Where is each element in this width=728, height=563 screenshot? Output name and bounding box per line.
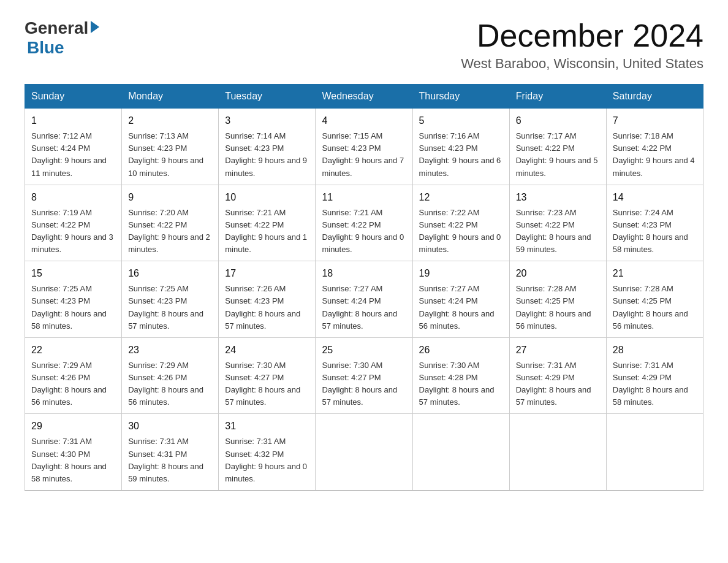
cell-day-number: 26 bbox=[419, 343, 503, 358]
calendar-cell bbox=[412, 414, 509, 491]
cell-info: Sunrise: 7:31 AMSunset: 4:31 PMDaylight:… bbox=[128, 435, 212, 485]
cell-info: Sunrise: 7:21 AMSunset: 4:22 PMDaylight:… bbox=[225, 207, 309, 256]
cell-day-number: 8 bbox=[31, 190, 115, 205]
calendar-cell: 20 Sunrise: 7:28 AMSunset: 4:25 PMDaylig… bbox=[509, 261, 606, 338]
cell-day-number: 9 bbox=[128, 190, 212, 205]
calendar-cell: 11 Sunrise: 7:21 AMSunset: 4:22 PMDaylig… bbox=[316, 185, 412, 261]
calendar-cell: 17 Sunrise: 7:26 AMSunset: 4:23 PMDaylig… bbox=[219, 261, 316, 338]
cell-info: Sunrise: 7:27 AMSunset: 4:24 PMDaylight:… bbox=[419, 283, 503, 332]
calendar-cell bbox=[606, 414, 703, 491]
cell-info: Sunrise: 7:24 AMSunset: 4:23 PMDaylight:… bbox=[613, 207, 697, 256]
calendar-cell: 25 Sunrise: 7:30 AMSunset: 4:27 PMDaylig… bbox=[316, 337, 412, 414]
calendar-cell: 18 Sunrise: 7:27 AMSunset: 4:24 PMDaylig… bbox=[316, 261, 412, 338]
title-area: December 2024 West Baraboo, Wisconsin, U… bbox=[461, 18, 703, 72]
cell-info: Sunrise: 7:28 AMSunset: 4:25 PMDaylight:… bbox=[516, 283, 600, 332]
cell-info: Sunrise: 7:14 AMSunset: 4:23 PMDaylight:… bbox=[225, 130, 309, 180]
header: General Blue December 2024 West Baraboo,… bbox=[25, 18, 703, 72]
cell-info: Sunrise: 7:28 AMSunset: 4:25 PMDaylight:… bbox=[613, 283, 697, 332]
calendar-cell: 9 Sunrise: 7:20 AMSunset: 4:22 PMDayligh… bbox=[122, 185, 219, 261]
cell-day-number: 13 bbox=[516, 190, 600, 205]
cell-info: Sunrise: 7:21 AMSunset: 4:22 PMDaylight:… bbox=[322, 207, 406, 256]
calendar-cell: 7 Sunrise: 7:18 AMSunset: 4:22 PMDayligh… bbox=[606, 109, 703, 185]
cell-info: Sunrise: 7:13 AMSunset: 4:23 PMDaylight:… bbox=[128, 130, 212, 180]
cell-day-number: 15 bbox=[31, 266, 115, 281]
calendar-cell: 30 Sunrise: 7:31 AMSunset: 4:31 PMDaylig… bbox=[122, 414, 219, 491]
calendar-cell: 21 Sunrise: 7:28 AMSunset: 4:25 PMDaylig… bbox=[606, 261, 703, 338]
cell-day-number: 23 bbox=[128, 343, 212, 358]
calendar-cell: 28 Sunrise: 7:31 AMSunset: 4:29 PMDaylig… bbox=[606, 337, 703, 414]
calendar-cell: 14 Sunrise: 7:24 AMSunset: 4:23 PMDaylig… bbox=[606, 185, 703, 261]
col-header-monday: Monday bbox=[122, 85, 219, 109]
cell-info: Sunrise: 7:27 AMSunset: 4:24 PMDaylight:… bbox=[322, 283, 406, 332]
cell-info: Sunrise: 7:29 AMSunset: 4:26 PMDaylight:… bbox=[31, 359, 115, 409]
cell-day-number: 11 bbox=[322, 190, 406, 205]
cell-day-number: 27 bbox=[516, 343, 600, 358]
cell-info: Sunrise: 7:30 AMSunset: 4:27 PMDaylight:… bbox=[322, 359, 406, 409]
cell-day-number: 7 bbox=[613, 113, 697, 128]
logo-blue-text: Blue bbox=[27, 38, 64, 57]
calendar-table: SundayMondayTuesdayWednesdayThursdayFrid… bbox=[25, 84, 703, 491]
col-header-saturday: Saturday bbox=[606, 85, 703, 109]
cell-day-number: 17 bbox=[225, 266, 309, 281]
calendar-cell: 2 Sunrise: 7:13 AMSunset: 4:23 PMDayligh… bbox=[122, 109, 219, 185]
cell-day-number: 19 bbox=[419, 266, 503, 281]
cell-day-number: 1 bbox=[31, 113, 115, 128]
calendar-cell: 27 Sunrise: 7:31 AMSunset: 4:29 PMDaylig… bbox=[509, 337, 606, 414]
col-header-thursday: Thursday bbox=[412, 85, 509, 109]
calendar-cell: 10 Sunrise: 7:21 AMSunset: 4:22 PMDaylig… bbox=[219, 185, 316, 261]
cell-day-number: 4 bbox=[322, 113, 406, 128]
calendar-cell: 4 Sunrise: 7:15 AMSunset: 4:23 PMDayligh… bbox=[316, 109, 412, 185]
cell-day-number: 28 bbox=[613, 343, 697, 358]
cell-info: Sunrise: 7:26 AMSunset: 4:23 PMDaylight:… bbox=[225, 283, 309, 332]
calendar-cell bbox=[509, 414, 606, 491]
calendar-week-row: 22 Sunrise: 7:29 AMSunset: 4:26 PMDaylig… bbox=[25, 337, 703, 414]
col-header-tuesday: Tuesday bbox=[219, 85, 316, 109]
cell-day-number: 14 bbox=[613, 190, 697, 205]
cell-day-number: 24 bbox=[225, 343, 309, 358]
cell-day-number: 3 bbox=[225, 113, 309, 128]
cell-day-number: 18 bbox=[322, 266, 406, 281]
cell-day-number: 16 bbox=[128, 266, 212, 281]
cell-info: Sunrise: 7:16 AMSunset: 4:23 PMDaylight:… bbox=[419, 130, 503, 180]
col-header-sunday: Sunday bbox=[25, 85, 122, 109]
cell-day-number: 12 bbox=[419, 190, 503, 205]
cell-info: Sunrise: 7:15 AMSunset: 4:23 PMDaylight:… bbox=[322, 130, 406, 180]
cell-info: Sunrise: 7:20 AMSunset: 4:22 PMDaylight:… bbox=[128, 207, 212, 256]
cell-info: Sunrise: 7:19 AMSunset: 4:22 PMDaylight:… bbox=[31, 207, 115, 256]
calendar-cell: 3 Sunrise: 7:14 AMSunset: 4:23 PMDayligh… bbox=[219, 109, 316, 185]
calendar-cell: 22 Sunrise: 7:29 AMSunset: 4:26 PMDaylig… bbox=[25, 337, 122, 414]
cell-day-number: 5 bbox=[419, 113, 503, 128]
cell-info: Sunrise: 7:31 AMSunset: 4:29 PMDaylight:… bbox=[613, 359, 697, 409]
calendar-cell: 23 Sunrise: 7:29 AMSunset: 4:26 PMDaylig… bbox=[122, 337, 219, 414]
cell-info: Sunrise: 7:25 AMSunset: 4:23 PMDaylight:… bbox=[128, 283, 212, 332]
calendar-cell: 15 Sunrise: 7:25 AMSunset: 4:23 PMDaylig… bbox=[25, 261, 122, 338]
calendar-cell: 5 Sunrise: 7:16 AMSunset: 4:23 PMDayligh… bbox=[412, 109, 509, 185]
cell-info: Sunrise: 7:22 AMSunset: 4:22 PMDaylight:… bbox=[419, 207, 503, 256]
location-title: West Baraboo, Wisconsin, United States bbox=[461, 56, 703, 72]
cell-info: Sunrise: 7:25 AMSunset: 4:23 PMDaylight:… bbox=[31, 283, 115, 332]
calendar-cell: 26 Sunrise: 7:30 AMSunset: 4:28 PMDaylig… bbox=[412, 337, 509, 414]
calendar-cell: 13 Sunrise: 7:23 AMSunset: 4:22 PMDaylig… bbox=[509, 185, 606, 261]
calendar-week-row: 29 Sunrise: 7:31 AMSunset: 4:30 PMDaylig… bbox=[25, 414, 703, 491]
cell-info: Sunrise: 7:31 AMSunset: 4:29 PMDaylight:… bbox=[516, 359, 600, 409]
cell-info: Sunrise: 7:17 AMSunset: 4:22 PMDaylight:… bbox=[516, 130, 600, 180]
calendar-cell: 29 Sunrise: 7:31 AMSunset: 4:30 PMDaylig… bbox=[25, 414, 122, 491]
month-title: December 2024 bbox=[461, 18, 703, 53]
logo: General Blue bbox=[25, 18, 99, 58]
cell-day-number: 10 bbox=[225, 190, 309, 205]
col-header-friday: Friday bbox=[509, 85, 606, 109]
calendar-cell bbox=[316, 414, 412, 491]
cell-info: Sunrise: 7:18 AMSunset: 4:22 PMDaylight:… bbox=[613, 130, 697, 180]
col-header-wednesday: Wednesday bbox=[316, 85, 412, 109]
cell-info: Sunrise: 7:30 AMSunset: 4:27 PMDaylight:… bbox=[225, 359, 309, 409]
calendar-header-row: SundayMondayTuesdayWednesdayThursdayFrid… bbox=[25, 85, 703, 109]
cell-day-number: 21 bbox=[613, 266, 697, 281]
cell-info: Sunrise: 7:31 AMSunset: 4:32 PMDaylight:… bbox=[225, 435, 309, 485]
calendar-week-row: 15 Sunrise: 7:25 AMSunset: 4:23 PMDaylig… bbox=[25, 261, 703, 338]
cell-day-number: 20 bbox=[516, 266, 600, 281]
calendar-cell: 1 Sunrise: 7:12 AMSunset: 4:24 PMDayligh… bbox=[25, 109, 122, 185]
cell-day-number: 25 bbox=[322, 343, 406, 358]
calendar-cell: 31 Sunrise: 7:31 AMSunset: 4:32 PMDaylig… bbox=[219, 414, 316, 491]
calendar-cell: 8 Sunrise: 7:19 AMSunset: 4:22 PMDayligh… bbox=[25, 185, 122, 261]
logo-triangle-icon bbox=[91, 21, 99, 33]
